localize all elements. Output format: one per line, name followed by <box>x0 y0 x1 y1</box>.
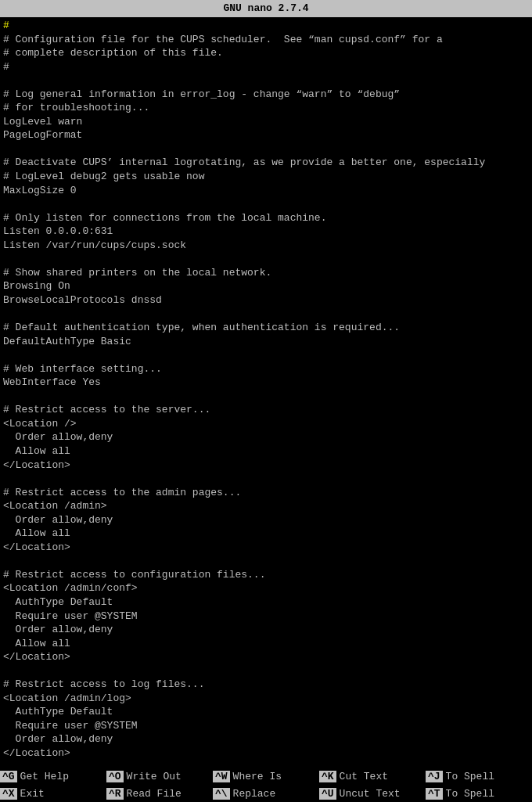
status-key: ^O <box>106 771 124 782</box>
status-label: Get Help <box>17 771 69 782</box>
status-row-2: ^X Exit ^R Read File ^\ Replace ^U Uncut… <box>0 785 532 802</box>
status-item[interactable]: ^J To Spell <box>426 768 532 785</box>
status-item[interactable]: ^K Cut Text <box>319 768 426 785</box>
status-item[interactable]: ^U Uncut Text <box>319 785 426 802</box>
status-item[interactable]: ^\ Replace <box>213 785 319 802</box>
status-key: ^U <box>319 788 336 800</box>
status-label: Exit <box>17 788 45 800</box>
status-item[interactable]: ^T To Spell <box>426 785 532 802</box>
status-item[interactable]: ^W Where Is <box>213 768 319 785</box>
status-key: ^G <box>0 771 17 782</box>
status-item[interactable]: ^O Write Out <box>106 768 213 785</box>
title-bar: GNU nano 2.7.4 <box>0 0 532 17</box>
status-key: ^W <box>213 771 230 782</box>
status-item[interactable]: ^G Get Help <box>0 768 106 785</box>
status-item[interactable]: ^X Exit <box>0 785 106 802</box>
status-key: ^J <box>426 771 443 782</box>
status-label: Uncut Text <box>336 788 401 800</box>
status-bar: ^G Get Help ^O Write Out ^W Where Is ^K … <box>0 768 532 802</box>
title-text: GNU nano 2.7.4 <box>223 2 308 14</box>
status-key: ^K <box>319 771 336 782</box>
status-label: Where Is <box>230 771 282 782</box>
status-label: Read File <box>124 788 182 800</box>
status-key: ^R <box>106 788 124 800</box>
status-key: ^X <box>0 788 17 800</box>
status-label: Write Out <box>124 771 182 782</box>
status-key: ^T <box>426 788 443 800</box>
status-label: Replace <box>230 788 276 800</box>
editor-area[interactable]: # # Configuration file for the CUPS sche… <box>0 17 532 768</box>
status-key: ^\ <box>213 788 230 800</box>
status-label: Cut Text <box>336 771 388 782</box>
status-item[interactable]: ^R Read File <box>106 785 213 802</box>
status-label: To Spell <box>443 788 494 800</box>
status-label: To Spell <box>443 771 494 782</box>
status-row-1: ^G Get Help ^O Write Out ^W Where Is ^K … <box>0 768 532 785</box>
